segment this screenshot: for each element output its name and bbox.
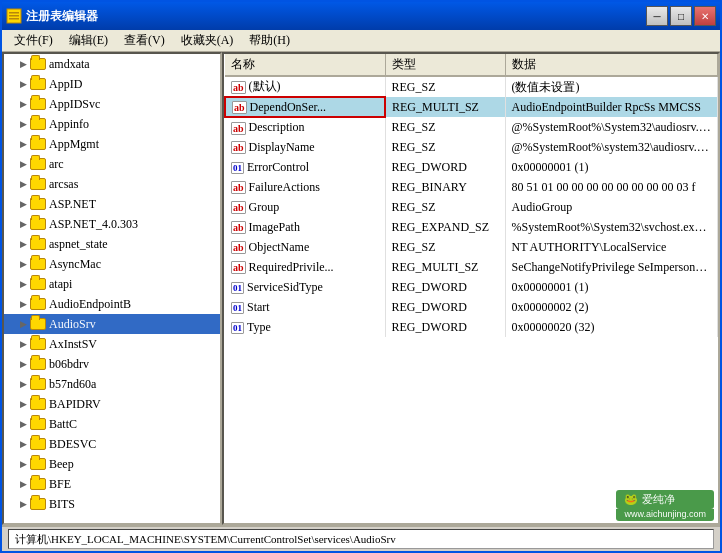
- col-name: 名称: [225, 54, 385, 76]
- tree-item[interactable]: ▶BDESVC: [4, 434, 220, 454]
- table-row[interactable]: 01TypeREG_DWORD0x00000020 (32): [225, 317, 718, 337]
- tree-item[interactable]: ▶BFE: [4, 474, 220, 494]
- tree-item-label: BAPIDRV: [49, 397, 101, 412]
- tree-expand-icon: ▶: [18, 259, 28, 269]
- folder-icon: [30, 497, 46, 511]
- dword-icon: 01: [231, 302, 244, 314]
- tree-item-label: arcsas: [49, 177, 78, 192]
- tree-item-label: atapi: [49, 277, 72, 292]
- tree-item[interactable]: ▶ASP.NET_4.0.303: [4, 214, 220, 234]
- reg-type-cell: REG_SZ: [385, 237, 505, 257]
- tree-expand-icon: ▶: [18, 279, 28, 289]
- reg-type-cell: REG_SZ: [385, 117, 505, 137]
- tree-item[interactable]: ▶b06bdrv: [4, 354, 220, 374]
- menu-bar: 文件(F) 编辑(E) 查看(V) 收藏夹(A) 帮助(H): [2, 30, 720, 52]
- folder-icon: [30, 217, 46, 231]
- table-row[interactable]: abDescriptionREG_SZ@%SystemRoot%\System3…: [225, 117, 718, 137]
- table-row[interactable]: 01ServiceSidTypeREG_DWORD0x00000001 (1): [225, 277, 718, 297]
- menu-view[interactable]: 查看(V): [116, 30, 173, 51]
- table-row[interactable]: ab(默认)REG_SZ(数值未设置): [225, 76, 718, 97]
- reg-data-cell: NT AUTHORITY\LocalService: [505, 237, 718, 257]
- menu-edit[interactable]: 编辑(E): [61, 30, 116, 51]
- tree-item[interactable]: ▶AppIDSvc: [4, 94, 220, 114]
- table-row[interactable]: abDisplayNameREG_SZ@%SystemRoot%\system3…: [225, 137, 718, 157]
- reg-type-cell: REG_MULTI_SZ: [385, 97, 505, 117]
- tree-item[interactable]: ▶BAPIDRV: [4, 394, 220, 414]
- registry-pane[interactable]: 名称 类型 数据 ab(默认)REG_SZ(数值未设置)abDependOnSe…: [222, 52, 720, 525]
- watermark-icon: 🐸: [624, 493, 638, 505]
- tree-item[interactable]: ▶BITS: [4, 494, 220, 514]
- tree-item[interactable]: ▶aspnet_state: [4, 234, 220, 254]
- tree-item[interactable]: ▶BattC: [4, 414, 220, 434]
- tree-item[interactable]: ▶AxInstSV: [4, 334, 220, 354]
- tree-expand-icon: ▶: [18, 239, 28, 249]
- svg-rect-1: [9, 12, 19, 14]
- tree-expand-icon: ▶: [18, 479, 28, 489]
- tree-item[interactable]: ▶Beep: [4, 454, 220, 474]
- main-window: 注册表编辑器 ─ □ ✕ 文件(F) 编辑(E) 查看(V) 收藏夹(A) 帮助…: [0, 0, 722, 553]
- tree-item[interactable]: ▶AppID: [4, 74, 220, 94]
- close-button[interactable]: ✕: [694, 6, 716, 26]
- tree-item-label: ASP.NET_4.0.303: [49, 217, 138, 232]
- tree-pane[interactable]: ▶amdxata▶AppID▶AppIDSvc▶Appinfo▶AppMgmt▶…: [2, 52, 222, 525]
- ab-icon: ab: [231, 241, 246, 254]
- tree-expand-icon: ▶: [18, 139, 28, 149]
- folder-icon: [30, 417, 46, 431]
- tree-item[interactable]: ▶amdxata: [4, 54, 220, 74]
- tree-item[interactable]: ▶arc: [4, 154, 220, 174]
- reg-type-cell: REG_DWORD: [385, 317, 505, 337]
- menu-help[interactable]: 帮助(H): [241, 30, 298, 51]
- table-row[interactable]: abImagePathREG_EXPAND_SZ%SystemRoot%\Sys…: [225, 217, 718, 237]
- tree-item[interactable]: ▶b57nd60a: [4, 374, 220, 394]
- table-row[interactable]: abRequiredPrivile...REG_MULTI_SZSeChange…: [225, 257, 718, 277]
- reg-name-cell: abObjectName: [225, 237, 385, 257]
- tree-expand-icon: ▶: [18, 219, 28, 229]
- reg-name-cell: 01Start: [225, 297, 385, 317]
- reg-type-cell: REG_DWORD: [385, 277, 505, 297]
- tree-item[interactable]: ▶AsyncMac: [4, 254, 220, 274]
- tree-item[interactable]: ▶atapi: [4, 274, 220, 294]
- folder-icon: [30, 377, 46, 391]
- reg-name-cell: abDescription: [225, 117, 385, 137]
- folder-icon: [30, 277, 46, 291]
- table-row[interactable]: abGroupREG_SZAudioGroup: [225, 197, 718, 217]
- reg-data-cell: SeChangeNotifyPrivilege SeImpersonatel: [505, 257, 718, 277]
- tree-expand-icon: ▶: [18, 419, 28, 429]
- reg-name-cell: abDependOnSer...: [225, 97, 385, 117]
- table-row[interactable]: 01StartREG_DWORD0x00000002 (2): [225, 297, 718, 317]
- reg-data-cell: AudioEndpointBuilder RpcSs MMCSS: [505, 97, 718, 117]
- tree-expand-icon: ▶: [18, 179, 28, 189]
- folder-icon: [30, 297, 46, 311]
- window-controls: ─ □ ✕: [646, 6, 716, 26]
- maximize-button[interactable]: □: [670, 6, 692, 26]
- tree-item[interactable]: ▶AudioEndpointB: [4, 294, 220, 314]
- tree-item-label: b06bdrv: [49, 357, 89, 372]
- tree-item[interactable]: ▶arcsas: [4, 174, 220, 194]
- tree-item-label: amdxata: [49, 57, 90, 72]
- tree-item[interactable]: ▶AppMgmt: [4, 134, 220, 154]
- dword-icon: 01: [231, 322, 244, 334]
- tree-expand-icon: ▶: [18, 499, 28, 509]
- svg-rect-3: [9, 18, 19, 20]
- table-row[interactable]: 01ErrorControlREG_DWORD0x00000001 (1): [225, 157, 718, 177]
- minimize-button[interactable]: ─: [646, 6, 668, 26]
- table-row[interactable]: abDependOnSer...REG_MULTI_SZAudioEndpoin…: [225, 97, 718, 117]
- menu-favorites[interactable]: 收藏夹(A): [173, 30, 242, 51]
- title-text: 注册表编辑器: [26, 8, 646, 25]
- table-row[interactable]: abObjectNameREG_SZNT AUTHORITY\LocalServ…: [225, 237, 718, 257]
- dword-icon: 01: [231, 162, 244, 174]
- tree-item[interactable]: ▶AudioSrv: [4, 314, 220, 334]
- col-type: 类型: [385, 54, 505, 76]
- ab-icon: ab: [232, 101, 247, 114]
- folder-icon: [30, 57, 46, 71]
- table-row[interactable]: abFailureActionsREG_BINARY80 51 01 00 00…: [225, 177, 718, 197]
- tree-item-label: AppIDSvc: [49, 97, 100, 112]
- reg-data-cell: 0x00000001 (1): [505, 277, 718, 297]
- reg-name-cell: 01Type: [225, 317, 385, 337]
- reg-name-cell: abRequiredPrivile...: [225, 257, 385, 277]
- tree-item[interactable]: ▶Appinfo: [4, 114, 220, 134]
- reg-type-cell: REG_SZ: [385, 137, 505, 157]
- tree-item[interactable]: ▶ASP.NET: [4, 194, 220, 214]
- menu-file[interactable]: 文件(F): [6, 30, 61, 51]
- folder-icon: [30, 437, 46, 451]
